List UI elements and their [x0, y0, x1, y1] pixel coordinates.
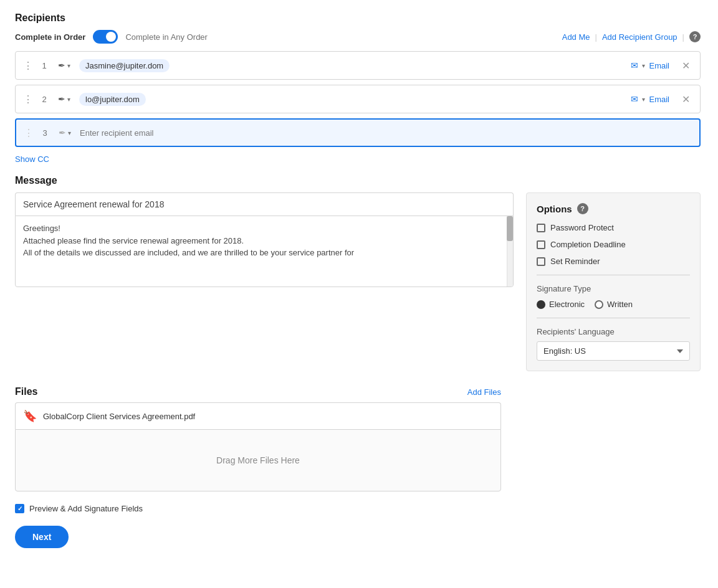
- signature-type-label: Signature Type: [537, 284, 690, 293]
- electronic-radio-item[interactable]: Electronic: [537, 300, 585, 309]
- chevron-down-icon: ▾: [68, 130, 71, 136]
- written-label: Written: [607, 300, 633, 309]
- preview-label: Preview & Add Signature Fields: [29, 504, 143, 513]
- chevron-down-icon2: ▾: [642, 96, 645, 103]
- recipients-section: Recipients Complete in Order Complete in…: [15, 12, 701, 175]
- file-name: GlobalCorp Client Services Agreement.pdf: [43, 412, 195, 421]
- email-icon: ✉: [631, 94, 638, 104]
- message-section: Message Service Agreement renewal for 20…: [15, 175, 701, 371]
- files-left: Files Add Files 🔖 GlobalCorp Client Serv…: [15, 386, 501, 491]
- pen-icon: ✒: [58, 60, 65, 70]
- preview-checkbox[interactable]: [15, 504, 24, 513]
- recipients-title: Recipients: [15, 12, 701, 24]
- options-title: Options: [537, 204, 572, 214]
- recipient-email-tag: lo@jupiter.dom: [79, 93, 146, 106]
- add-me-button[interactable]: Add Me: [562, 32, 590, 42]
- chevron-down-icon2: ▾: [642, 62, 645, 69]
- electronic-radio[interactable]: [537, 300, 545, 309]
- role-selector[interactable]: ✒ ▾: [55, 126, 75, 139]
- completion-deadline-checkbox[interactable]: [537, 240, 545, 249]
- message-title: Message: [15, 175, 701, 186]
- password-protect-label: Password Protect: [550, 223, 614, 232]
- message-left: Service Agreement renewal for 2018 Greet…: [15, 192, 514, 371]
- password-protect-checkbox[interactable]: [537, 224, 545, 232]
- written-radio[interactable]: [595, 300, 603, 309]
- email-icon: ✉: [631, 60, 638, 70]
- delivery-method[interactable]: ✉ ▾ Email: [631, 94, 669, 104]
- options-divider: [537, 275, 690, 275]
- preview-row: Preview & Add Signature Fields: [15, 504, 701, 513]
- chevron-down-icon: ▾: [67, 96, 70, 103]
- radio-group: Electronic Written: [537, 300, 690, 309]
- completion-deadline-option: Completion Deadline: [537, 240, 690, 249]
- recipient-email-input[interactable]: [80, 128, 692, 138]
- add-files-button[interactable]: Add Files: [467, 387, 501, 397]
- help-icon[interactable]: ?: [689, 31, 701, 42]
- files-title: Files: [15, 386, 37, 397]
- message-textarea-container: Greetings! Attached please find the serv…: [15, 216, 514, 287]
- drag-handle-icon[interactable]: ⋮: [24, 127, 34, 139]
- role-selector[interactable]: ✒ ▾: [54, 59, 74, 72]
- complete-any-order-label: Complete in Any Order: [125, 32, 208, 42]
- options-divider2: [537, 318, 690, 318]
- remove-recipient-button[interactable]: ✕: [679, 59, 692, 73]
- language-select[interactable]: English: US French German Spanish Italia…: [537, 341, 690, 361]
- language-label: Recipients' Language: [537, 327, 690, 336]
- message-body-textarea[interactable]: Greetings! Attached please find the serv…: [16, 216, 513, 285]
- add-recipient-group-button[interactable]: Add Recipient Group: [602, 32, 677, 42]
- row-number: 2: [39, 95, 49, 104]
- message-body: Service Agreement renewal for 2018 Greet…: [15, 192, 701, 371]
- recipient-email-tag: Jasmine@jupiter.dom: [79, 59, 170, 72]
- drag-zone[interactable]: Drag More Files Here: [15, 429, 501, 491]
- show-cc-link[interactable]: Show CC: [15, 154, 49, 164]
- file-item: 🔖 GlobalCorp Client Services Agreement.p…: [15, 402, 501, 429]
- written-radio-item[interactable]: Written: [595, 300, 633, 309]
- recipient-row: ⋮ 2 ✒ ▾ lo@jupiter.dom ✉ ▾ Email ✕: [15, 85, 701, 113]
- role-selector[interactable]: ✒ ▾: [54, 93, 74, 105]
- completion-deadline-label: Completion Deadline: [550, 240, 626, 249]
- row-number: 1: [39, 61, 49, 70]
- next-button[interactable]: Next: [15, 526, 69, 548]
- recipient-row-empty: ⋮ 3 ✒ ▾: [15, 118, 701, 147]
- password-protect-option: Password Protect: [537, 223, 690, 232]
- header-actions: Add Me | Add Recipient Group | ?: [562, 31, 701, 42]
- drag-zone-text: Drag More Files Here: [216, 455, 300, 465]
- delivery-method[interactable]: ✉ ▾ Email: [631, 60, 669, 70]
- recipients-header: Complete in Order Complete in Any Order …: [15, 30, 701, 44]
- message-subject: Service Agreement renewal for 2018: [15, 192, 514, 216]
- pen-icon: ✒: [59, 128, 66, 138]
- row-number: 3: [40, 128, 50, 138]
- scrollbar-thumb[interactable]: [507, 216, 513, 241]
- pipe-divider: |: [595, 32, 597, 42]
- options-help-icon[interactable]: ?: [577, 203, 588, 214]
- pipe-divider2: |: [682, 32, 684, 42]
- files-header: Files Add Files: [15, 386, 501, 397]
- electronic-label: Electronic: [549, 300, 585, 309]
- complete-in-order-toggle[interactable]: [93, 30, 118, 44]
- drag-handle-icon[interactable]: ⋮: [23, 93, 33, 105]
- pdf-icon: 🔖: [23, 409, 37, 423]
- scrollbar-track: [507, 216, 513, 287]
- set-reminder-checkbox[interactable]: [537, 257, 545, 266]
- drag-handle-icon[interactable]: ⋮: [23, 60, 33, 72]
- options-header: Options ?: [537, 203, 690, 214]
- options-panel: Options ? Password Protect Completion De…: [526, 192, 701, 371]
- pen-icon: ✒: [58, 94, 65, 104]
- recipient-row: ⋮ 1 ✒ ▾ Jasmine@jupiter.dom ✉ ▾ Email ✕: [15, 51, 701, 80]
- files-row: Files Add Files 🔖 GlobalCorp Client Serv…: [15, 386, 701, 491]
- remove-recipient-button[interactable]: ✕: [679, 92, 692, 107]
- set-reminder-option: Set Reminder: [537, 257, 690, 266]
- set-reminder-label: Set Reminder: [550, 257, 600, 266]
- delivery-label: Email: [649, 95, 669, 104]
- delivery-label: Email: [649, 61, 669, 70]
- complete-in-order-label: Complete in Order: [15, 32, 85, 42]
- chevron-down-icon: ▾: [67, 62, 70, 69]
